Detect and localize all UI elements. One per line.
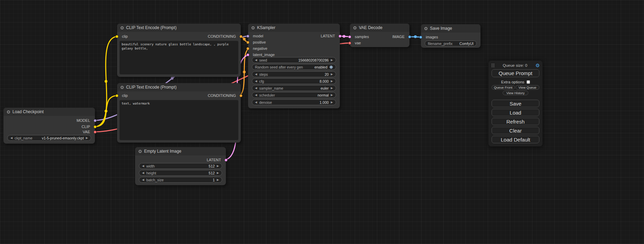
node-graph-canvas[interactable]: Load Checkpoint MODEL CLIP VAE ◀ ckpt_na… bbox=[0, 0, 644, 244]
ckpt-name-widget[interactable]: ◀ ckpt_name v1-5-pruned-emaonly.ckpt ▶ bbox=[7, 135, 91, 141]
port-clip-output[interactable] bbox=[94, 125, 97, 128]
decrement-arrow-icon[interactable]: ◀ bbox=[255, 94, 257, 97]
port-image-output[interactable] bbox=[408, 35, 411, 38]
node-title-bar[interactable]: Save Image bbox=[421, 24, 480, 33]
increment-arrow-icon[interactable]: ▶ bbox=[217, 165, 219, 168]
sampler-name-widget[interactable]: ◀ sampler_name euler ▶ bbox=[252, 85, 336, 91]
port-conditioning-output[interactable] bbox=[239, 94, 242, 97]
decrement-arrow-icon[interactable]: ◀ bbox=[255, 87, 257, 90]
port-latent-image-input[interactable] bbox=[246, 53, 249, 56]
port-conditioning-output[interactable] bbox=[239, 35, 242, 38]
node-collapse-dot-icon[interactable] bbox=[353, 26, 356, 29]
link-midpoint-dot bbox=[343, 35, 345, 38]
port-model-input[interactable] bbox=[246, 35, 249, 38]
load-default-button[interactable]: Load Default bbox=[492, 136, 539, 143]
increment-arrow-icon[interactable]: ▶ bbox=[331, 59, 333, 62]
node-title-bar[interactable]: CLIP Text Encode (Prompt) bbox=[117, 83, 241, 91]
widget-value: 512 bbox=[209, 164, 215, 168]
output-label-latent: LATENT bbox=[207, 157, 221, 162]
prompt-text-field[interactable]: text, watermark bbox=[120, 100, 238, 140]
comfy-menu-panel[interactable]: Queue size: 0 ⚙ Queue Prompt Extra optio… bbox=[488, 61, 542, 146]
increment-arrow-icon[interactable]: ▶ bbox=[217, 179, 219, 181]
prompt-text-field[interactable]: beautiful scenery nature glass bottle la… bbox=[120, 41, 238, 74]
decrement-arrow-icon[interactable]: ◀ bbox=[255, 101, 257, 104]
height-widget[interactable]: ◀ height 512 ▶ bbox=[139, 170, 222, 176]
width-widget[interactable]: ◀ width 512 ▶ bbox=[139, 163, 222, 169]
input-label-positive: positive bbox=[253, 40, 266, 45]
node-collapse-dot-icon[interactable] bbox=[424, 27, 427, 30]
input-label-latent-image: latent_image bbox=[253, 52, 275, 57]
output-label-vae: VAE bbox=[83, 129, 90, 134]
seed-widget[interactable]: ◀ seed 156680208700286 ▶ bbox=[252, 57, 336, 63]
increment-arrow-icon[interactable]: ▶ bbox=[331, 87, 333, 90]
node-title: Empty Latent Image bbox=[144, 149, 181, 154]
refresh-button[interactable]: Refresh bbox=[492, 118, 539, 125]
node-title-bar[interactable]: CLIP Text Encode (Prompt) bbox=[117, 24, 241, 32]
view-queue-button[interactable]: View Queue bbox=[515, 85, 539, 90]
decrement-arrow-icon[interactable]: ◀ bbox=[255, 59, 257, 62]
node-empty-latent-image[interactable]: Empty Latent Image LATENT ◀ width 512 ▶ … bbox=[135, 147, 226, 185]
load-button[interactable]: Load bbox=[492, 109, 539, 116]
port-latent-output[interactable] bbox=[338, 35, 342, 38]
save-button[interactable]: Save bbox=[492, 100, 539, 107]
node-clip-text-encode-positive[interactable]: CLIP Text Encode (Prompt) clip CONDITION… bbox=[117, 24, 241, 77]
node-save-image[interactable]: Save Image images filename_prefix ComfyU… bbox=[421, 24, 480, 48]
port-samples-input[interactable] bbox=[348, 35, 351, 38]
decrement-arrow-icon[interactable]: ◀ bbox=[142, 179, 144, 181]
decrement-arrow-icon[interactable]: ◀ bbox=[142, 172, 144, 174]
clear-button[interactable]: Clear bbox=[492, 127, 539, 134]
increment-arrow-icon[interactable]: ▶ bbox=[331, 94, 333, 97]
node-collapse-dot-icon[interactable] bbox=[7, 110, 10, 114]
decrement-arrow-icon[interactable]: ◀ bbox=[142, 165, 144, 168]
node-collapse-dot-icon[interactable] bbox=[121, 86, 124, 89]
cfg-widget[interactable]: ◀ cfg 8.000 ▶ bbox=[252, 78, 336, 84]
node-title-bar[interactable]: Load Checkpoint bbox=[3, 108, 95, 116]
scheduler-widget[interactable]: ◀ scheduler normal ▶ bbox=[252, 92, 336, 98]
denoise-widget[interactable]: ◀ denoise 1.000 ▶ bbox=[252, 99, 336, 105]
port-latent-output[interactable] bbox=[224, 159, 228, 162]
decrement-arrow-icon[interactable]: ◀ bbox=[255, 80, 257, 83]
port-vae-output[interactable] bbox=[94, 130, 97, 134]
queue-front-button[interactable]: Queue Front bbox=[492, 85, 515, 90]
port-vae-input[interactable] bbox=[348, 42, 351, 45]
node-clip-text-encode-negative[interactable]: CLIP Text Encode (Prompt) clip CONDITION… bbox=[117, 83, 241, 143]
gear-icon[interactable]: ⚙ bbox=[535, 63, 540, 68]
port-positive-input[interactable] bbox=[246, 41, 249, 44]
node-title: CLIP Text Encode (Prompt) bbox=[126, 85, 177, 90]
increment-arrow-icon[interactable]: ▶ bbox=[331, 80, 333, 83]
widget-value: 8.000 bbox=[320, 79, 329, 83]
batch-size-widget[interactable]: ◀ batch_size 1 ▶ bbox=[139, 177, 222, 183]
extra-options-row: Extra options bbox=[488, 80, 542, 84]
node-collapse-dot-icon[interactable] bbox=[139, 150, 142, 153]
increment-arrow-icon[interactable]: ▶ bbox=[86, 137, 88, 139]
decrement-arrow-icon[interactable]: ◀ bbox=[10, 137, 12, 139]
increment-arrow-icon[interactable]: ▶ bbox=[331, 101, 333, 104]
random-seed-toggle[interactable]: Random seed after every gen enabled bbox=[252, 64, 336, 70]
node-title-bar[interactable]: VAE Decode bbox=[350, 24, 409, 32]
node-title-bar[interactable]: KSampler bbox=[248, 24, 340, 32]
port-clip-input[interactable] bbox=[115, 94, 118, 97]
node-load-checkpoint[interactable]: Load Checkpoint MODEL CLIP VAE ◀ ckpt_na… bbox=[3, 108, 95, 144]
node-ksampler[interactable]: KSampler model positive negative latent_… bbox=[248, 24, 340, 108]
queue-prompt-button[interactable]: Queue Prompt bbox=[492, 69, 539, 77]
view-history-button[interactable]: View History bbox=[503, 91, 528, 95]
widget-value: v1-5-pruned-emaonly.ckpt bbox=[42, 136, 84, 140]
increment-arrow-icon[interactable]: ▶ bbox=[331, 73, 333, 76]
node-collapse-dot-icon[interactable] bbox=[252, 26, 255, 29]
port-negative-input[interactable] bbox=[246, 47, 249, 50]
filename-prefix-widget[interactable]: filename_prefix ComfyUI bbox=[425, 40, 477, 46]
increment-arrow-icon[interactable]: ▶ bbox=[217, 172, 219, 174]
steps-widget[interactable]: ◀ steps 20 ▶ bbox=[252, 71, 336, 77]
port-images-input[interactable] bbox=[419, 36, 422, 39]
node-title-bar[interactable]: Empty Latent Image bbox=[135, 147, 226, 155]
port-clip-input[interactable] bbox=[115, 35, 118, 38]
widget-value: euler bbox=[320, 86, 328, 90]
toggle-dot-icon[interactable] bbox=[329, 65, 333, 69]
drag-handle-icon[interactable] bbox=[491, 63, 495, 67]
node-vae-decode[interactable]: VAE Decode samples vae IMAGE bbox=[350, 24, 409, 47]
output-label-image: IMAGE bbox=[392, 34, 405, 39]
port-model-output[interactable] bbox=[94, 119, 97, 122]
node-collapse-dot-icon[interactable] bbox=[121, 26, 124, 29]
decrement-arrow-icon[interactable]: ◀ bbox=[255, 73, 257, 76]
extra-options-checkbox[interactable] bbox=[527, 80, 530, 84]
